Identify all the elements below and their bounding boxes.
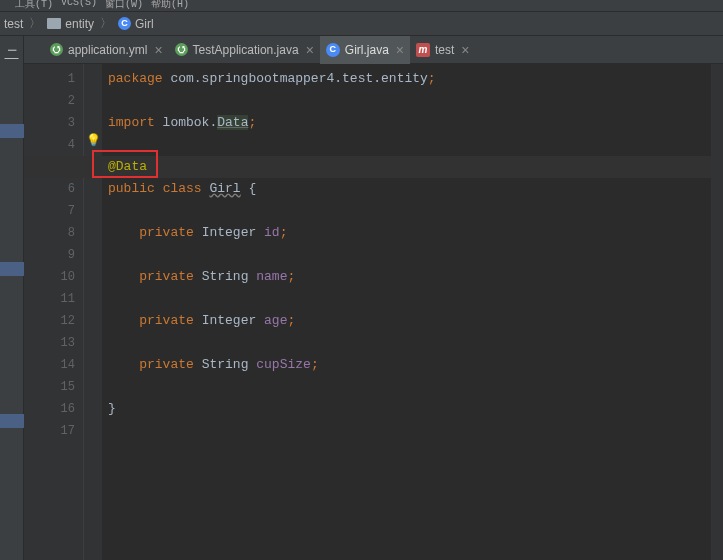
close-icon[interactable]: ×	[396, 42, 404, 58]
class-icon: C	[326, 43, 340, 57]
tab-testapplication[interactable]: ⭯ TestApplication.java ×	[169, 36, 320, 64]
line-number: 1	[24, 68, 75, 90]
sidebar-highlight	[0, 124, 24, 138]
editor-panel: ⭯ application.yml × ⭯ TestApplication.ja…	[24, 36, 723, 560]
line-number: 3	[24, 112, 75, 134]
code-line: package com.springbootmapper4.test.entit…	[102, 68, 711, 90]
maven-icon: m	[416, 43, 430, 57]
tab-girl[interactable]: C Girl.java ×	[320, 36, 410, 64]
tab-application-yml[interactable]: ⭯ application.yml ×	[44, 36, 169, 64]
sidebar-highlight	[0, 414, 24, 428]
line-number: 14	[24, 354, 75, 376]
lightbulb-icon[interactable]: 💡	[86, 133, 101, 148]
class-icon: C	[118, 17, 131, 30]
tab-label: Girl.java	[345, 43, 389, 57]
chevron-right-icon: 〉	[29, 15, 41, 32]
breadcrumb-item-entity[interactable]: entity	[43, 17, 98, 31]
line-number: 16	[24, 398, 75, 420]
breadcrumb-label: Girl	[135, 17, 154, 31]
code-line: import lombok.Data;	[102, 112, 711, 134]
line-number: 9	[24, 244, 75, 266]
collapse-button[interactable]: ⎯	[0, 36, 23, 50]
gutter-sidebar: ⎯ —	[0, 36, 24, 560]
code-line	[102, 90, 711, 112]
code-line: private String name;	[102, 266, 711, 288]
code-line: private Integer age;	[102, 310, 711, 332]
menu-item-tools[interactable]: 工具(T)	[15, 0, 53, 11]
code-editor[interactable]: 1 2 3 4 5 6 7 8 9 10 11 12 13 14 15 16 1…	[24, 64, 723, 560]
line-number: 8	[24, 222, 75, 244]
menu-item-window[interactable]: 窗口(W)	[105, 0, 143, 11]
breadcrumb-item-girl[interactable]: C Girl	[114, 17, 158, 31]
line-number: 2	[24, 90, 75, 112]
breadcrumb-label: test	[4, 17, 23, 31]
close-icon[interactable]: ×	[306, 42, 314, 58]
sidebar-highlight	[0, 262, 24, 276]
code-line: public class Girl {	[102, 178, 711, 200]
code-line: }	[102, 398, 711, 420]
main-area: ⎯ — ⭯ application.yml × ⭯ TestApplicatio…	[0, 36, 723, 560]
code-line	[102, 288, 711, 310]
annotation-highlight-box	[92, 150, 158, 178]
code-line	[102, 332, 711, 354]
folder-icon	[47, 18, 61, 29]
spring-icon: ⭯	[175, 43, 188, 56]
code-line	[102, 244, 711, 266]
menu-bar: 工具(T) VCS(S) 窗口(W) 帮助(H)	[0, 0, 723, 12]
close-icon[interactable]: ×	[154, 42, 162, 58]
tab-test[interactable]: m test ×	[410, 36, 476, 64]
menu-item-help[interactable]: 帮助(H)	[151, 0, 189, 11]
line-number: 10	[24, 266, 75, 288]
breadcrumb: test 〉 entity 〉 C Girl	[0, 12, 723, 36]
minus-button[interactable]: —	[0, 50, 23, 64]
line-number: 17	[24, 420, 75, 442]
close-icon[interactable]: ×	[461, 42, 469, 58]
line-number: 12	[24, 310, 75, 332]
spring-icon: ⭯	[50, 43, 63, 56]
line-number: 15	[24, 376, 75, 398]
line-number: 7	[24, 200, 75, 222]
menu-item-vcs[interactable]: VCS(S)	[61, 0, 97, 11]
chevron-right-icon: 〉	[100, 15, 112, 32]
code-line	[102, 420, 711, 442]
icon-gutter: 💡	[84, 64, 102, 560]
tab-label: test	[435, 43, 454, 57]
breadcrumb-item-test[interactable]: test	[0, 17, 27, 31]
line-number: 6	[24, 178, 75, 200]
line-number-gutter: 1 2 3 4 5 6 7 8 9 10 11 12 13 14 15 16 1…	[24, 64, 84, 560]
tab-label: application.yml	[68, 43, 147, 57]
breadcrumb-label: entity	[65, 17, 94, 31]
code-line	[102, 134, 711, 156]
tab-label: TestApplication.java	[193, 43, 299, 57]
line-number: 11	[24, 288, 75, 310]
code-line	[102, 200, 711, 222]
error-stripe[interactable]	[711, 64, 723, 560]
code-line: private Integer id;	[102, 222, 711, 244]
line-number: 13	[24, 332, 75, 354]
code-area[interactable]: package com.springbootmapper4.test.entit…	[102, 64, 711, 560]
code-line	[102, 376, 711, 398]
code-line: private String cupSize;	[102, 354, 711, 376]
line-number: 4	[24, 134, 75, 156]
editor-tabs: ⭯ application.yml × ⭯ TestApplication.ja…	[24, 36, 723, 64]
